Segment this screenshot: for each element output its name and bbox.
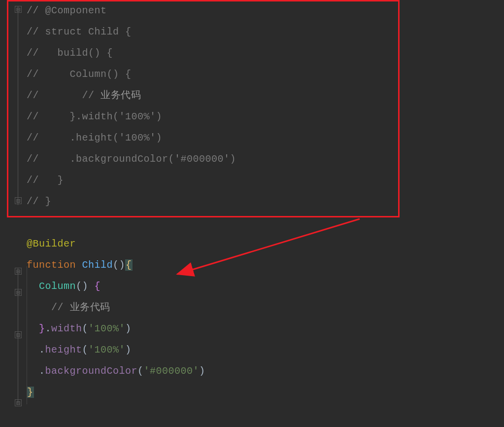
comment-text: // build() { — [27, 47, 113, 59]
code-line[interactable]: // 业务代码 — [27, 297, 504, 318]
fold-minus-icon[interactable]: ⊟ — [15, 268, 22, 275]
string-literal: '100%' — [88, 344, 125, 356]
type-name: Column — [39, 281, 76, 292]
fold-minus-icon[interactable]: ⊟ — [15, 331, 22, 338]
indent — [27, 281, 39, 292]
brace-open: { — [125, 259, 133, 271]
brace-open: { — [95, 281, 101, 292]
code-line[interactable]: // Column() { — [27, 64, 504, 85]
comment-text: // } — [27, 175, 64, 186]
code-line[interactable]: // struct Child { — [27, 21, 504, 42]
code-line[interactable]: // } — [27, 191, 504, 212]
comment-text: // // — [27, 90, 101, 101]
code-line[interactable]: // .height('100%') — [27, 127, 504, 148]
method-name: width — [51, 323, 82, 334]
code-line[interactable]: // // 业务代码 — [27, 85, 504, 106]
gutter: ⊟ ⊟ ⊟ ⊟ ⊟ ⊟ — [0, 0, 24, 427]
paren-open: ( — [137, 365, 144, 377]
code-line[interactable]: // } — [27, 170, 504, 191]
dot: . — [45, 323, 52, 334]
string-literal: '100%' — [88, 323, 125, 334]
indent — [27, 302, 51, 313]
code-line[interactable]: .height('100%') — [27, 339, 504, 360]
comment-text: // Column() { — [27, 69, 132, 80]
comment-text: // @Component — [27, 5, 107, 16]
code-line[interactable]: }.width('100%') — [27, 318, 504, 339]
indent: . — [27, 365, 45, 377]
code-line[interactable]: function Child(){ — [27, 254, 504, 276]
comment-text: // }.width('100%') — [27, 111, 162, 122]
paren-close: ) — [125, 344, 132, 356]
indent-guide — [27, 266, 27, 404]
comment-text: // struct Child { — [27, 26, 132, 37]
comment-cn: 业务代码 — [101, 90, 141, 101]
fold-minus-icon[interactable]: ⊟ — [15, 289, 22, 296]
code-line[interactable]: // build() { — [27, 42, 504, 64]
code-line[interactable] — [27, 212, 504, 233]
code-line[interactable]: } — [27, 382, 504, 403]
fold-minus-icon[interactable]: ⊟ — [15, 399, 22, 406]
comment-text: // .height('100%') — [27, 132, 162, 143]
code-line[interactable]: @Builder — [27, 233, 504, 254]
string-literal: '#000000' — [144, 365, 200, 377]
code-editor[interactable]: ⊟ ⊟ ⊟ ⊟ ⊟ ⊟ // @Component // struct Chil… — [0, 0, 504, 427]
comment-text: // .backgroundColor('#000000') — [27, 153, 236, 165]
code-line[interactable]: // @Component — [27, 0, 504, 21]
indent — [27, 323, 39, 334]
fold-minus-icon[interactable]: ⊟ — [15, 6, 22, 13]
paren-open: ( — [82, 344, 89, 356]
code-line[interactable]: Column() { — [27, 276, 504, 297]
code-line[interactable]: .backgroundColor('#000000') — [27, 360, 504, 382]
paren-open: ( — [82, 323, 89, 334]
paren-close: ) — [199, 365, 205, 377]
code-area[interactable]: // @Component // struct Child { // build… — [24, 0, 504, 427]
method-name: backgroundColor — [45, 365, 138, 377]
paren: () — [113, 259, 125, 271]
code-line[interactable]: // .backgroundColor('#000000') — [27, 148, 504, 170]
comment-cn: 业务代码 — [70, 302, 110, 313]
brace-close: } — [39, 323, 45, 334]
method-name: height — [45, 344, 82, 356]
annotation-text: @Builder — [27, 238, 76, 249]
brace-close: } — [27, 387, 34, 398]
function-name: Child — [82, 259, 113, 271]
fold-line — [18, 6, 18, 205]
indent: . — [27, 344, 45, 356]
code-line[interactable]: // }.width('100%') — [27, 106, 504, 127]
paren: () — [76, 281, 95, 292]
comment-prefix: // — [51, 302, 70, 313]
paren-close: ) — [125, 323, 132, 334]
fold-minus-icon[interactable]: ⊟ — [15, 197, 22, 204]
comment-text: // } — [27, 196, 51, 207]
keyword-text: function — [27, 259, 82, 271]
